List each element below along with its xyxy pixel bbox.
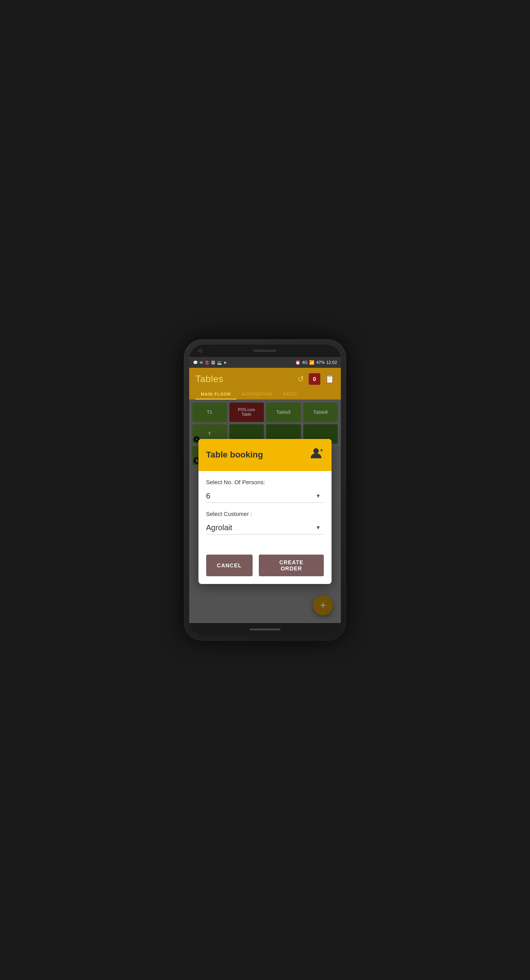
chat-icon: 💬 — [193, 360, 198, 365]
camera — [198, 349, 202, 353]
order-badge-button[interactable]: 0 — [309, 373, 320, 385]
time-label: 12:02 — [326, 360, 337, 365]
dialog-body: Select No. Of Persons: 1 2 3 4 5 6 — [198, 471, 332, 548]
signal-icon: 📶 — [309, 360, 315, 365]
table-booking-dialog: Table booking + — [198, 439, 332, 584]
app-title: Tables — [195, 374, 223, 384]
tables-section: T1 POS.comTable Table5 Table8 T — [189, 400, 341, 623]
home-indicator — [250, 628, 280, 630]
customer-select[interactable]: Agrolait Customer A Customer B — [206, 521, 324, 534]
dialog-overlay: Table booking + — [189, 400, 341, 623]
phone-bottom-bar — [189, 623, 341, 635]
alarm-icon: ⏰ — [295, 360, 301, 365]
speaker — [253, 350, 277, 352]
header-top: Tables ↺ 0 📋 — [195, 373, 335, 385]
tab-bar: MAIN FLOOR ACHTERTUIN PATIO — [195, 389, 335, 400]
screen: 💬 ✉ 📵 🖼 💻 ➤ ⏰ 4G 📶 47% 12:02 — [189, 357, 341, 623]
mail-icon: ✉ — [200, 360, 203, 365]
monitor-icon: 💻 — [217, 360, 222, 365]
refresh-icon[interactable]: ↺ — [297, 374, 304, 384]
clipboard-icon[interactable]: 📋 — [325, 374, 335, 384]
status-icons-right: ⏰ 4G 📶 47% 12:02 — [295, 360, 337, 365]
persons-select[interactable]: 1 2 3 4 5 6 7 8 — [206, 489, 324, 503]
image-icon: 🖼 — [211, 360, 215, 365]
phone-device: 💬 ✉ 📵 🖼 💻 ➤ ⏰ 4G 📶 47% 12:02 — [184, 339, 346, 641]
create-order-button[interactable]: CREATE ORDER — [259, 555, 324, 576]
svg-text:+: + — [320, 447, 323, 453]
tab-main-floor[interactable]: MAIN FLOOR — [195, 389, 236, 400]
status-bar: 💬 ✉ 📵 🖼 💻 ➤ ⏰ 4G 📶 47% 12:02 — [189, 357, 341, 368]
persons-field-label: Select No. Of Persons: — [206, 479, 324, 485]
missed-call-icon: 📵 — [205, 360, 209, 365]
phone-inner: 💬 ✉ 📵 🖼 💻 ➤ ⏰ 4G 📶 47% 12:02 — [189, 345, 341, 635]
screen-content: 💬 ✉ 📵 🖼 💻 ➤ ⏰ 4G 📶 47% 12:02 — [189, 357, 341, 623]
phone-top-bar — [189, 345, 341, 357]
battery-label: 47% — [316, 360, 325, 365]
app-header: Tables ↺ 0 📋 MAIN FLOOR ACHTERTUIN PATIO — [189, 368, 341, 400]
header-icons: ↺ 0 📋 — [297, 373, 335, 385]
tab-patio[interactable]: PATIO — [278, 389, 303, 400]
tab-achtertuin[interactable]: ACHTERTUIN — [236, 389, 278, 400]
svg-point-0 — [313, 448, 319, 454]
dialog-header: Table booking + — [198, 439, 332, 471]
send-icon: ➤ — [224, 360, 227, 365]
customer-field-label: Select Customer : — [206, 510, 324, 517]
status-icons-left: 💬 ✉ 📵 🖼 💻 ➤ — [193, 360, 227, 365]
add-person-icon[interactable]: + — [310, 447, 324, 463]
network-label: 4G — [302, 360, 308, 365]
dialog-title: Table booking — [206, 450, 263, 460]
dialog-actions: CANCEL CREATE ORDER — [198, 548, 332, 584]
customer-select-wrapper[interactable]: Agrolait Customer A Customer B — [206, 521, 324, 534]
cancel-button[interactable]: CANCEL — [206, 555, 253, 576]
persons-select-wrapper[interactable]: 1 2 3 4 5 6 7 8 — [206, 489, 324, 503]
